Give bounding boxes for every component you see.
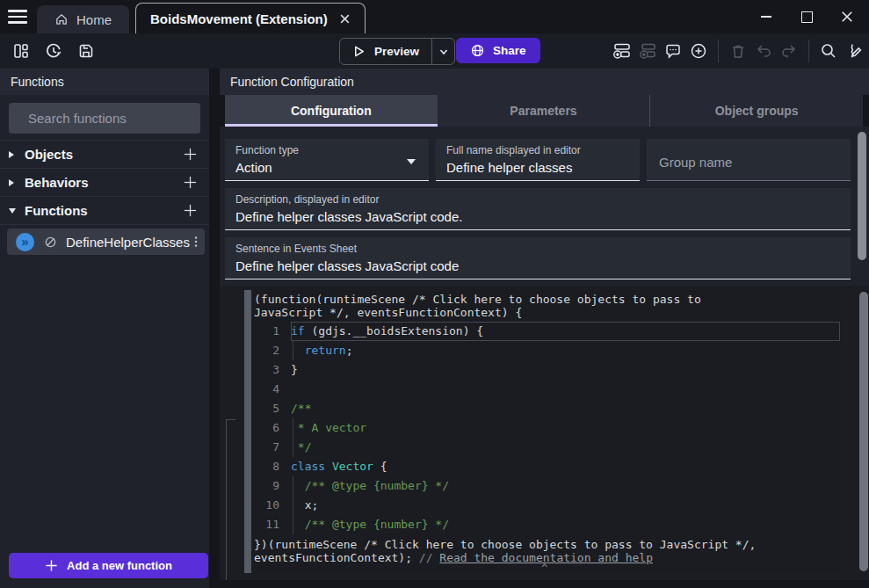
minimize-icon: [761, 16, 771, 18]
events-scrollbar[interactable]: [859, 292, 868, 571]
delete-icon[interactable]: [728, 40, 749, 62]
globe-icon: [470, 43, 485, 58]
field-value: Action: [235, 160, 418, 175]
sentence-field[interactable]: Sentence in Events Sheet Define helper c…: [225, 237, 851, 279]
code-line[interactable]: 1if (gdjs.__boidsExtension) {: [251, 322, 842, 341]
share-button[interactable]: Share: [456, 38, 540, 63]
config-scrollbar[interactable]: [858, 132, 866, 260]
preview-button[interactable]: Preview: [340, 39, 431, 64]
function-type-select[interactable]: Function type Action: [225, 139, 429, 181]
undo-icon[interactable]: [753, 40, 774, 62]
minimize-button[interactable]: [746, 0, 786, 33]
save-icon[interactable]: [76, 40, 97, 62]
line-content: /** @type {number} */: [291, 476, 840, 496]
group-name-field[interactable]: [647, 139, 851, 181]
main-toolbar: Preview Share: [0, 33, 869, 69]
preview-options-button[interactable]: [432, 39, 454, 64]
toolbar-right: [612, 33, 865, 69]
item-menu-icon[interactable]: [190, 236, 202, 248]
tab-parameters[interactable]: Parameters: [438, 95, 650, 127]
main-menu-icon[interactable]: [8, 7, 29, 26]
line-content: class Vector {: [291, 457, 840, 476]
header-line: JavaScript */, eventsFunctionContext) {: [254, 306, 840, 319]
footer-line: })(runtimeScene /* Click here to choose …: [254, 538, 840, 551]
add-new-function-button[interactable]: Add a new function: [9, 553, 208, 578]
add-comment-icon[interactable]: [663, 40, 684, 62]
chevron-down-icon: [438, 47, 449, 57]
configuration-form: Function type Action Full name displayed…: [220, 127, 869, 286]
line-content: /**: [291, 399, 840, 418]
js-code-header[interactable]: (function(runtimeScene /* Click here to …: [251, 290, 842, 321]
code-line[interactable]: 10 x;: [251, 496, 842, 515]
sidebar-section-functions[interactable]: Functions: [0, 197, 209, 225]
line-content: * A vector: [291, 418, 840, 438]
preview-label: Preview: [374, 45, 419, 58]
chevron-down-icon: [9, 208, 18, 214]
redo-icon[interactable]: [778, 40, 800, 62]
page-title: Function Configuration: [230, 75, 354, 89]
add-behavior-icon[interactable]: [183, 175, 198, 190]
function-action-icon: [16, 233, 34, 251]
sidebar-header: Functions: [0, 69, 209, 95]
function-item-label: DefineHelperClasses: [66, 235, 190, 250]
field-value: Define helper classes: [446, 160, 629, 175]
line-number: 1: [251, 322, 279, 341]
tab-configuration[interactable]: Configuration: [225, 95, 438, 127]
code-line[interactable]: 9 /** @type {number} */: [251, 476, 842, 496]
add-object-icon[interactable]: [183, 147, 198, 162]
code-line[interactable]: 6 * A vector: [251, 418, 842, 438]
add-new-function-label: Add a new function: [67, 559, 172, 572]
play-icon: [352, 45, 366, 58]
title-bar: Home BoidsMovement (Extension): [0, 0, 869, 33]
maximize-button[interactable]: [786, 0, 827, 33]
edit-properties-icon[interactable]: [844, 40, 865, 62]
sidebar-section-behaviors[interactable]: Behaviors: [0, 169, 209, 197]
collapse-caret: ^: [220, 563, 869, 575]
close-button[interactable]: [827, 0, 867, 33]
chevron-right-icon: [9, 179, 18, 186]
field-value: Define helper classes JavaScript code: [235, 258, 840, 273]
code-line[interactable]: 8class Vector {: [251, 457, 842, 476]
search-input[interactable]: [26, 110, 205, 127]
editor-tabs: Home BoidsMovement (Extension): [37, 3, 366, 33]
tab-boidsmovement[interactable]: BoidsMovement (Extension): [135, 3, 366, 33]
line-number: 11: [251, 515, 279, 534]
search-icon[interactable]: [818, 40, 839, 62]
history-icon[interactable]: [43, 40, 64, 62]
dropdown-arrow-icon: [407, 159, 416, 164]
search-box[interactable]: [9, 103, 200, 134]
group-name-input[interactable]: [657, 154, 840, 171]
code-line[interactable]: 11 /** @type {number} */: [251, 515, 842, 534]
field-label: Sentence in Events Sheet: [235, 243, 840, 255]
tab-active-label: BoidsMovement (Extension): [150, 11, 328, 26]
add-function-icon[interactable]: [183, 203, 198, 218]
event-drag-handle[interactable]: [244, 290, 251, 573]
js-code-footer[interactable]: })(runtimeScene /* Click here to choose …: [251, 534, 842, 564]
line-number: 6: [251, 418, 279, 438]
line-content: }: [291, 360, 840, 380]
field-label: Description, displayed in editor: [235, 193, 840, 206]
tab-home[interactable]: Home: [37, 5, 129, 33]
field-value: Define helper classes JavaScript code.: [235, 209, 840, 224]
sidebar-section-objects[interactable]: Objects: [0, 140, 209, 169]
description-field[interactable]: Description, displayed in editor Define …: [225, 188, 851, 230]
tab-object-groups[interactable]: Object groups: [649, 95, 863, 127]
code-line[interactable]: 7 */: [251, 438, 842, 457]
add-other-event-icon[interactable]: [688, 40, 709, 62]
header-line: (function(runtimeScene /* Click here to …: [254, 293, 840, 306]
line-content: if (gdjs.__boidsExtension) {: [291, 322, 840, 341]
add-event-icon[interactable]: [612, 40, 633, 62]
code-lines: 1if (gdjs.__boidsExtension) {2 return;3}…: [251, 322, 842, 534]
add-subevent-icon[interactable]: [637, 40, 658, 62]
code-line[interactable]: 5/**: [251, 399, 842, 418]
line-content: return;: [291, 341, 840, 360]
close-icon: [841, 11, 853, 23]
line-number: 9: [251, 476, 279, 496]
full-name-field[interactable]: Full name displayed in editor Define hel…: [436, 139, 640, 181]
code-line[interactable]: 2 return;: [251, 341, 842, 360]
function-item-definehelperclasses[interactable]: DefineHelperClasses: [7, 229, 205, 255]
project-manager-icon[interactable]: [11, 40, 32, 62]
code-line[interactable]: 3}: [251, 360, 842, 380]
code-line[interactable]: 4: [251, 380, 842, 399]
tab-close-icon[interactable]: [339, 13, 351, 25]
